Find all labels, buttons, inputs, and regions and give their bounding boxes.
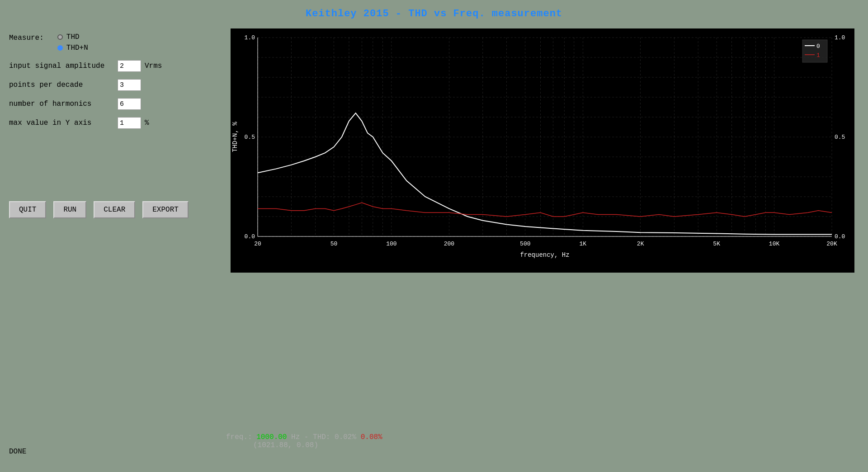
thd1-value: 0.08% (361, 433, 382, 441)
left-panel: Measure: THD THD+N input signal amplitud… (9, 28, 226, 273)
amplitude-label: input signal amplitude (9, 62, 118, 70)
radio-thd-label: THD (66, 33, 80, 41)
measure-label: Measure: (9, 34, 44, 42)
ppd-label: points per decade (9, 81, 118, 89)
thd0-value: 0.02% (335, 433, 356, 441)
harmonics-input[interactable] (118, 98, 141, 110)
freq-text: freq.: (226, 433, 256, 441)
measure-row: Measure: THD THD+N (9, 33, 226, 52)
ymax-label: max value in Y axis (9, 119, 118, 127)
harmonics-row: number of harmonics (9, 98, 226, 110)
coords-info: (1021.88, 0.08) (253, 441, 382, 449)
export-button[interactable]: EXPORT (142, 201, 189, 218)
chart-area (231, 28, 859, 273)
radio-group: THD THD+N (57, 33, 88, 52)
ymax-row: max value in Y axis % (9, 117, 226, 129)
buttons-row: QUIT RUN CLEAR EXPORT (9, 201, 226, 218)
page-title: Keithley 2015 - THD vs Freq. measurement (0, 0, 868, 24)
radio-thd-dot (57, 34, 63, 40)
freq-unit: Hz - THD: (291, 433, 335, 441)
ymax-input[interactable] (118, 117, 141, 129)
freq-info-line: freq.: 1000.00 Hz - THD: 0.02% 0.08% (226, 433, 382, 441)
done-label: DONE (9, 448, 26, 456)
ymax-unit: % (145, 119, 149, 127)
radio-thdn-dot (57, 45, 63, 51)
ppd-row: points per decade (9, 79, 226, 91)
clear-button[interactable]: CLEAR (94, 201, 135, 218)
chart-canvas (231, 28, 854, 273)
status-section: DONE (9, 448, 26, 458)
run-button[interactable]: RUN (53, 201, 86, 218)
ppd-input[interactable] (118, 79, 141, 91)
amplitude-row: input signal amplitude Vrms (9, 60, 226, 72)
freq-value: 1000.00 (256, 433, 287, 441)
quit-button[interactable]: QUIT (9, 201, 46, 218)
amplitude-input[interactable] (118, 60, 141, 72)
radio-thd[interactable]: THD (57, 33, 88, 41)
amplitude-unit: Vrms (145, 62, 162, 70)
radio-thdn-label: THD+N (66, 44, 88, 52)
radio-thdn[interactable]: THD+N (57, 44, 88, 52)
harmonics-label: number of harmonics (9, 100, 118, 108)
freq-info-section: freq.: 1000.00 Hz - THD: 0.02% 0.08% (10… (226, 433, 382, 449)
